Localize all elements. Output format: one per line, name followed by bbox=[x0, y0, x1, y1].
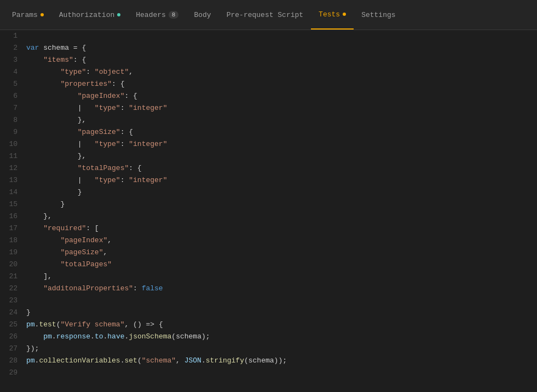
line-number: 4 bbox=[0, 66, 26, 78]
line-number: 23 bbox=[0, 295, 26, 307]
code-content: "items": { bbox=[26, 54, 537, 66]
line-number: 27 bbox=[0, 343, 26, 355]
code-content: "additonalProperties": false bbox=[26, 283, 537, 295]
table-row: 27 }); bbox=[0, 343, 537, 355]
table-row: 17 "required": [ bbox=[0, 223, 537, 235]
code-content: pm.response.to.have.jsonSchema(schema); bbox=[26, 331, 537, 343]
tab-body-label: Body bbox=[194, 11, 211, 19]
line-number: 12 bbox=[0, 162, 26, 174]
line-number: 11 bbox=[0, 150, 26, 162]
table-row: 18 "pageIndex", bbox=[0, 235, 537, 247]
table-row: 10 | "type": "integer" bbox=[0, 138, 537, 150]
table-row: 29 bbox=[0, 367, 537, 379]
line-number: 1 bbox=[0, 30, 26, 42]
line-number: 20 bbox=[0, 259, 26, 271]
line-number: 26 bbox=[0, 331, 26, 343]
code-content: }, bbox=[26, 114, 537, 126]
tab-authorization[interactable]: Authorization bbox=[51, 0, 128, 30]
table-row: 22 "additonalProperties": false bbox=[0, 283, 537, 295]
table-row: 12 "totalPages": { bbox=[0, 162, 537, 174]
tab-tests-dot bbox=[343, 13, 346, 16]
line-number: 14 bbox=[0, 186, 26, 198]
line-number: 15 bbox=[0, 198, 26, 210]
line-number: 19 bbox=[0, 247, 26, 259]
app-container: Params Authorization Headers 8 Body Pre-… bbox=[0, 0, 537, 392]
code-content: "totalPages" bbox=[26, 259, 537, 271]
code-content: "pageIndex", bbox=[26, 235, 537, 247]
table-row: 13 | "type": "integer" bbox=[0, 174, 537, 186]
code-content: "required": [ bbox=[26, 223, 537, 235]
line-number: 18 bbox=[0, 235, 26, 247]
tab-params-label: Params bbox=[12, 11, 38, 19]
table-row: 15 } bbox=[0, 198, 537, 210]
table-row: 11 }, bbox=[0, 150, 537, 162]
code-content: pm.collectionVariables.set("schema", JSO… bbox=[26, 355, 537, 367]
code-content: }); bbox=[26, 343, 537, 355]
tab-headers[interactable]: Headers 8 bbox=[128, 0, 186, 30]
code-content: } bbox=[26, 198, 537, 210]
line-number: 13 bbox=[0, 174, 26, 186]
tab-pre-request-script-label: Pre-request Script bbox=[227, 11, 303, 19]
line-number: 29 bbox=[0, 367, 26, 379]
line-number: 3 bbox=[0, 54, 26, 66]
tab-headers-badge: 8 bbox=[169, 11, 179, 19]
code-content: }, bbox=[26, 210, 537, 223]
code-content bbox=[26, 367, 537, 379]
code-content: | "type": "integer" bbox=[26, 138, 537, 150]
code-content: | "type": "integer" bbox=[26, 174, 537, 186]
line-number: 6 bbox=[0, 90, 26, 102]
tab-pre-request-script[interactable]: Pre-request Script bbox=[219, 0, 311, 30]
table-row: 7 | "type": "integer" bbox=[0, 102, 537, 114]
table-row: 8 }, bbox=[0, 114, 537, 126]
line-number: 22 bbox=[0, 283, 26, 295]
tab-settings[interactable]: Settings bbox=[354, 0, 403, 30]
line-number: 24 bbox=[0, 307, 26, 319]
code-content: } bbox=[26, 186, 537, 198]
tab-params-dot bbox=[41, 13, 44, 16]
table-row: 28 pm.collectionVariables.set("schema", … bbox=[0, 355, 537, 367]
table-row: 3 "items": { bbox=[0, 54, 537, 66]
table-row: 5 "properties": { bbox=[0, 78, 537, 90]
table-row: 9 "pageSize": { bbox=[0, 126, 537, 138]
code-content bbox=[26, 30, 537, 42]
code-content: }, bbox=[26, 150, 537, 162]
code-content: } bbox=[26, 307, 537, 319]
tab-params[interactable]: Params bbox=[4, 0, 51, 30]
line-number: 17 bbox=[0, 223, 26, 235]
code-content: "pageSize": { bbox=[26, 126, 537, 138]
code-editor[interactable]: 1 2 var schema = { 3 "items": { 4 "type"… bbox=[0, 30, 537, 392]
tab-headers-label: Headers bbox=[136, 11, 166, 19]
table-row: 2 var schema = { bbox=[0, 42, 537, 54]
code-content: "type": "object", bbox=[26, 66, 537, 78]
table-row: 20 "totalPages" bbox=[0, 259, 537, 271]
line-number: 2 bbox=[0, 42, 26, 54]
line-number: 16 bbox=[0, 210, 26, 223]
code-content bbox=[26, 295, 537, 307]
code-content: | "type": "integer" bbox=[26, 102, 537, 114]
line-number: 28 bbox=[0, 355, 26, 367]
line-number: 9 bbox=[0, 126, 26, 138]
table-row: 4 "type": "object", bbox=[0, 66, 537, 78]
table-row: 21 ], bbox=[0, 271, 537, 283]
tab-settings-label: Settings bbox=[361, 11, 395, 19]
tab-tests[interactable]: Tests bbox=[311, 0, 354, 30]
tab-body[interactable]: Body bbox=[186, 0, 218, 30]
code-content: pm.test("Verify schema", () => { bbox=[26, 319, 537, 331]
table-row: 24 } bbox=[0, 307, 537, 319]
line-number: 5 bbox=[0, 78, 26, 90]
code-content: "properties": { bbox=[26, 78, 537, 90]
table-row: 19 "pageSize", bbox=[0, 247, 537, 259]
line-number: 7 bbox=[0, 102, 26, 114]
tab-authorization-dot bbox=[117, 13, 120, 16]
table-row: 26 pm.response.to.have.jsonSchema(schema… bbox=[0, 331, 537, 343]
tab-tests-label: Tests bbox=[319, 10, 340, 19]
code-content: "pageIndex": { bbox=[26, 90, 537, 102]
line-number: 25 bbox=[0, 319, 26, 331]
line-number: 10 bbox=[0, 138, 26, 150]
code-content: "pageSize", bbox=[26, 247, 537, 259]
tab-authorization-label: Authorization bbox=[59, 11, 114, 19]
table-row: 6 "pageIndex": { bbox=[0, 90, 537, 102]
table-row: 23 bbox=[0, 295, 537, 307]
tab-bar: Params Authorization Headers 8 Body Pre-… bbox=[0, 0, 537, 30]
line-number: 8 bbox=[0, 114, 26, 126]
